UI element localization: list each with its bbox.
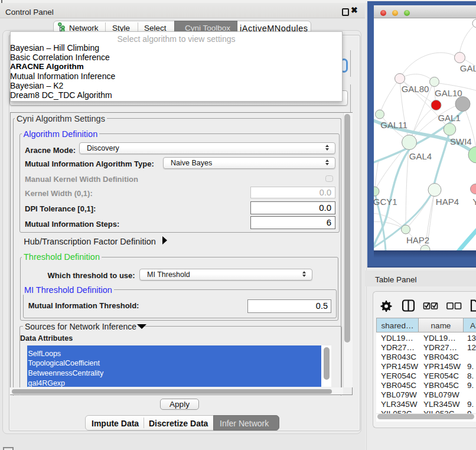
svg-text:Y: Y xyxy=(472,197,476,207)
svg-text:GAL1: GAL1 xyxy=(438,113,460,123)
svg-text:GAL80: GAL80 xyxy=(402,84,429,94)
svg-text:GAL4: GAL4 xyxy=(409,151,432,161)
svg-text:SWI4: SWI4 xyxy=(450,136,472,146)
svg-text:HAP4: HAP4 xyxy=(436,197,459,207)
svg-text:GAL11: GAL11 xyxy=(380,120,407,130)
svg-text:HAP2: HAP2 xyxy=(406,235,429,245)
svg-text:GCY1: GCY1 xyxy=(374,197,397,207)
svg-text:GAL: GAL xyxy=(460,63,476,73)
svg-text:GAL10: GAL10 xyxy=(435,88,462,98)
